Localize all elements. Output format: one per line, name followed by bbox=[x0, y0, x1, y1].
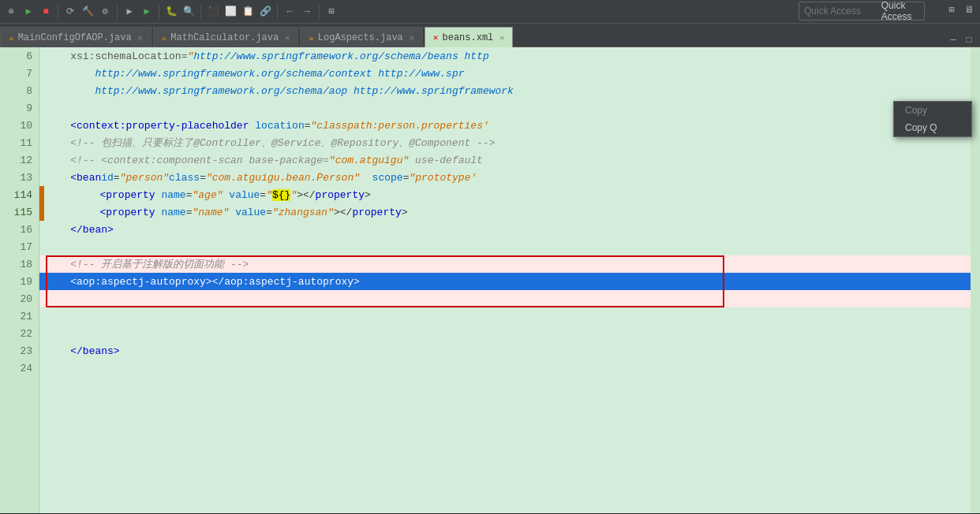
line-num-14: i14 bbox=[0, 186, 39, 203]
toolbar-icon-7[interactable]: ▶ bbox=[122, 4, 137, 20]
code-line-7: http://www.springframework.org/schema/co… bbox=[39, 65, 980, 82]
tab-icon-3: ☕ bbox=[309, 32, 314, 43]
line-num-24: 24 bbox=[0, 359, 39, 377]
toolbar-icon-12[interactable]: ⬜ bbox=[223, 4, 238, 20]
window-icon[interactable]: 🖥 bbox=[961, 2, 977, 17]
tab-icon-1: ☕ bbox=[9, 32, 14, 43]
tab-label-1: MainConfigOfAOP.java bbox=[18, 32, 132, 43]
line-num-20: 20 bbox=[0, 290, 39, 307]
quick-access-box[interactable]: Quick Access bbox=[799, 2, 925, 20]
tab-close-2[interactable]: ✕ bbox=[285, 33, 290, 43]
tab-logaspects[interactable]: ☕ LogAspects.java ✕ bbox=[300, 27, 423, 47]
code-content[interactable]: xsi:schemaLocation="http://www.springfra… bbox=[39, 47, 980, 513]
code-line-13: <bean id="person" class="com.atguigu.bea… bbox=[39, 169, 980, 186]
code-line-6: xsi:schemaLocation="http://www.springfra… bbox=[39, 47, 980, 65]
line-num-7: 7 bbox=[0, 65, 39, 82]
toolbar-icon-13[interactable]: 📋 bbox=[240, 4, 256, 20]
toolbar-icon-1[interactable]: ⊕ bbox=[3, 4, 19, 20]
code-line-14: <property name="age" value="${}"></prope… bbox=[39, 186, 980, 203]
toolbar-icon-5[interactable]: 🔨 bbox=[80, 4, 95, 20]
tab-close-4[interactable]: ✕ bbox=[499, 33, 504, 43]
toolbar-icon-4[interactable]: ⟳ bbox=[62, 4, 78, 20]
tab-label-3: LogAspects.java bbox=[318, 32, 403, 43]
tab-mainconfigofaop[interactable]: ☕ MainConfigOfAOP.java ✕ bbox=[0, 27, 151, 47]
line-num-13: 13 bbox=[0, 169, 39, 186]
tab-icon-4: ✕ bbox=[433, 32, 439, 43]
line-num-23: 23 bbox=[0, 342, 39, 359]
editor-area: 6 7 8 9 10 11 12 13 i14 i15 16 17 18 19 … bbox=[0, 47, 980, 513]
code-line-16: </bean> bbox=[39, 221, 980, 238]
line-num-17: 17 bbox=[0, 238, 39, 255]
tab-label-4: beans.xml bbox=[442, 32, 493, 43]
line-num-18: 18 bbox=[0, 255, 39, 273]
code-line-20 bbox=[39, 290, 980, 307]
code-line-17 bbox=[39, 238, 980, 255]
tab-restore-btn[interactable]: □ bbox=[963, 34, 975, 47]
context-menu-item-copy-q[interactable]: Copy Q bbox=[894, 119, 971, 136]
line-marker-15 bbox=[39, 203, 44, 221]
tab-label-2: MathCalculator.java bbox=[170, 32, 279, 43]
toolbar-sep-5 bbox=[277, 5, 278, 19]
context-menu-item-copy[interactable]: Copy bbox=[894, 102, 971, 119]
line-num-15: i15 bbox=[0, 203, 39, 221]
tab-minimize-btn[interactable]: — bbox=[947, 34, 959, 47]
code-line-23: </beans> bbox=[39, 342, 980, 359]
toolbar-sep-1 bbox=[58, 5, 58, 19]
toolbar-sep-3 bbox=[159, 5, 159, 19]
toolbar-icon-10[interactable]: 🔍 bbox=[181, 4, 196, 20]
line-num-8: 8 bbox=[0, 82, 39, 99]
toolbar: ⊕ ▶ ■ ⟳ 🔨 ⚙ ▶ ▶ 🐛 🔍 ⬛ ⬜ 📋 🔗 ← → ⊞ Quick … bbox=[0, 0, 980, 24]
tab-close-1[interactable]: ✕ bbox=[138, 33, 143, 43]
toolbar-icon-8[interactable]: ▶ bbox=[139, 4, 155, 20]
line-num-12: 12 bbox=[0, 151, 39, 169]
tab-beans-xml[interactable]: ✕ beans.xml ✕ bbox=[425, 27, 513, 47]
toolbar-icon-6[interactable]: ⚙ bbox=[97, 4, 113, 20]
toolbar-sep-4 bbox=[200, 5, 201, 19]
code-line-21 bbox=[39, 307, 980, 325]
toolbar-right-icons: ⊞ 🖥 bbox=[944, 2, 977, 17]
toolbar-icon-11[interactable]: ⬛ bbox=[205, 4, 221, 20]
code-line-19: <aop:aspectj-autoproxy></aop:aspectj-aut… bbox=[39, 273, 980, 290]
layout-icon[interactable]: ⊞ bbox=[944, 2, 959, 17]
toolbar-icon-17[interactable]: ⊞ bbox=[324, 4, 339, 20]
toolbar-sep-2 bbox=[117, 5, 118, 19]
quick-access-input[interactable] bbox=[804, 6, 881, 17]
code-line-9 bbox=[39, 99, 980, 117]
toolbar-icon-16[interactable]: → bbox=[299, 4, 315, 20]
code-line-18: <!-- 开启基于注解版的切面功能 --> bbox=[39, 255, 980, 273]
code-line-22 bbox=[39, 325, 980, 342]
code-line-11: <!-- 包扫描、只要标注了@Controller、@Service、@Repo… bbox=[39, 134, 980, 151]
line-marker-14 bbox=[39, 186, 44, 203]
toolbar-icon-14[interactable]: 🔗 bbox=[257, 4, 273, 20]
code-line-10: <context:property-placeholder location="… bbox=[39, 117, 980, 134]
toolbar-icon-2[interactable]: ▶ bbox=[21, 4, 36, 20]
line-numbers-gutter: 6 7 8 9 10 11 12 13 i14 i15 16 17 18 19 … bbox=[0, 47, 39, 513]
line-num-11: 11 bbox=[0, 134, 39, 151]
context-menu: Copy Copy Q bbox=[893, 101, 972, 137]
tab-icon-2: ☕ bbox=[162, 32, 167, 43]
code-line-15: <property name="name" value="zhangsan"><… bbox=[39, 203, 980, 221]
toolbar-icon-15[interactable]: ← bbox=[282, 4, 297, 20]
tab-controls: — □ bbox=[942, 34, 980, 47]
toolbar-icon-3[interactable]: ■ bbox=[38, 4, 54, 20]
tabs-row: ☕ MainConfigOfAOP.java ✕ ☕ MathCalculato… bbox=[0, 24, 980, 47]
line-num-6: 6 bbox=[0, 47, 39, 65]
tab-close-3[interactable]: ✕ bbox=[410, 33, 414, 43]
code-line-8: http://www.springframework.org/schema/ao… bbox=[39, 82, 980, 99]
line-num-16: 16 bbox=[0, 221, 39, 238]
code-line-24 bbox=[39, 359, 980, 377]
line-num-21: 21 bbox=[0, 307, 39, 325]
line-num-9: 9 bbox=[0, 99, 39, 117]
line-num-10: 10 bbox=[0, 117, 39, 134]
toolbar-icon-9[interactable]: 🐛 bbox=[163, 4, 179, 20]
toolbar-sep-6 bbox=[319, 5, 320, 19]
line-num-22: 22 bbox=[0, 325, 39, 342]
code-line-12: <!-- <context:component-scan base-packag… bbox=[39, 151, 980, 169]
tab-mathcalculator[interactable]: ☕ MathCalculator.java ✕ bbox=[153, 27, 298, 47]
quick-access-label: Quick Access bbox=[881, 0, 919, 22]
line-num-19: 19 bbox=[0, 273, 39, 290]
